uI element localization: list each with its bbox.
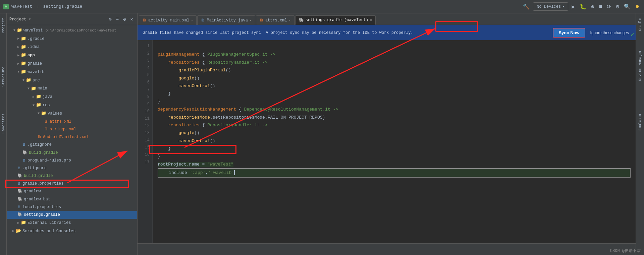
tab-close-icon[interactable]: ✕ <box>250 18 252 22</box>
tree-strings-xml[interactable]: 🗎 strings.xml <box>7 126 137 133</box>
tab-attrs[interactable]: 🗎 attrs.xml ✕ <box>256 15 294 25</box>
gradle-panel-label[interactable]: Gradle <box>638 15 642 34</box>
device-manager-label[interactable]: Device Manager <box>638 47 642 83</box>
tab-close-icon[interactable]: ✕ <box>191 18 193 22</box>
tab-icon: 🗎 <box>260 18 264 23</box>
hammer-icon[interactable]: 🔨 <box>522 2 531 11</box>
favorites-tab-label[interactable]: Favorites <box>1 111 5 136</box>
tab-icon: 🐘 <box>299 18 304 23</box>
arrow: ▼ <box>33 103 35 108</box>
root-arrow: ▼ <box>13 28 15 33</box>
panel-title: Project ▾ <box>9 17 31 22</box>
item-label: main <box>38 85 47 92</box>
tree-idea[interactable]: ▶ 📁 .idea <box>7 43 137 52</box>
no-devices-label: No Devices <box>537 4 561 9</box>
tree-gitignore-wavelib[interactable]: 🗎 .gitignore <box>7 141 137 149</box>
item-label: build.gradle <box>24 173 53 179</box>
root-folder-icon: 📁 <box>17 27 22 34</box>
left-strip: Project Structure Favorites <box>0 13 7 255</box>
xml-icon: 🗎 <box>44 126 48 133</box>
collapse-icon[interactable]: ≡ <box>115 15 120 23</box>
tree-res[interactable]: ▼ 📁 res <box>7 101 137 110</box>
folder-icon: 📁 <box>21 69 26 76</box>
stop-icon[interactable]: ■ <box>598 2 604 11</box>
project-tab-label[interactable]: Project <box>1 15 5 36</box>
tree-attrs-xml[interactable]: 🗎 attrs.xml <box>7 118 137 126</box>
tree-gitignore-root[interactable]: 🗎 .gitignore <box>7 165 137 172</box>
tree-gradle-hidden[interactable]: ▶ 📁 .gradle <box>7 35 137 43</box>
close2-icon[interactable]: ✕ <box>129 15 135 23</box>
bottom-panel <box>138 243 636 255</box>
tree-main[interactable]: ▼ 📁 main <box>7 85 137 93</box>
tree-gradle-properties[interactable]: 🗎 gradle.properties <box>7 180 137 188</box>
tree-root[interactable]: ▼ 📁 waveTest D:\AndroidStudioProject\wav… <box>7 26 137 35</box>
sync-message: Gradle files have changed since last pro… <box>143 30 413 35</box>
item-label: gradle <box>28 61 42 67</box>
panel-icons: ⊕ ≡ ⚙ ✕ <box>107 15 135 23</box>
checkmark-icon: ✓ <box>631 30 635 39</box>
tree-external-libraries[interactable]: ▶ 📁 External Libraries <box>7 219 137 227</box>
tree-settings-gradle[interactable]: 🐘 settings.gradle <box>7 211 137 219</box>
gradle-icon: 🐘 <box>17 212 22 218</box>
app-icon: W <box>3 4 9 9</box>
tree-values[interactable]: ▼ 📁 values <box>7 110 137 118</box>
item-label: settings.gradle <box>24 212 60 218</box>
item-label: local.properties <box>22 204 61 210</box>
debug-icon[interactable]: 🐛 <box>578 2 588 11</box>
dropdown-arrow-icon: ▾ <box>562 4 565 9</box>
item-label: gradle.properties <box>22 181 63 187</box>
tree-gradle-folder[interactable]: ▶ 📁 gradle <box>7 60 137 68</box>
tree-src[interactable]: ▼ 📁 src <box>7 76 137 85</box>
item-label: build.gradle <box>29 150 58 156</box>
titlebar: W waveTest › settings.gradle 🔨 No Device… <box>0 0 644 13</box>
arrow: ▶ <box>17 45 19 50</box>
avatar-icon[interactable]: ● <box>634 1 641 12</box>
no-devices-selector[interactable]: No Devices ▾ <box>533 2 568 11</box>
tree-gradlew[interactable]: 🐘 gradlew <box>7 188 137 195</box>
run-icon[interactable]: ▶ <box>570 2 576 11</box>
sync-now-button[interactable]: Sync Now <box>553 28 585 38</box>
tree-build-gradle-root[interactable]: 🐘 build.gradle <box>7 172 137 180</box>
gradle-icon: 🐘 <box>17 173 22 179</box>
tab-label: MainActivity.java <box>207 18 248 23</box>
arrow: ▼ <box>17 69 19 75</box>
tab-settings-gradle[interactable]: 🐘 settings.gradle (waveTest) ✕ <box>295 15 376 25</box>
file-icon: 🗎 <box>17 204 21 210</box>
line-numbers: 1 2 3 4 5 6 7 8 9 10 11 12 13 14 15 16 1… <box>138 40 153 243</box>
tree-proguard[interactable]: 🗎 proguard-rules.pro <box>7 157 137 165</box>
ignore-changes-button[interactable]: Ignore these changes <box>589 29 631 37</box>
tree-app[interactable]: ▶ 📁 app <box>7 51 137 60</box>
tree-gradlew-bat[interactable]: 🐘 gradlew.bat <box>7 196 137 203</box>
tab-icon: 🗎 <box>143 18 147 23</box>
folder-icon: 📁 <box>26 77 31 84</box>
item-label: wavelib <box>28 69 44 75</box>
folder-icon: 📁 <box>31 85 36 92</box>
tab-mainactivity[interactable]: 🗎 MainActivity.java ✕ <box>197 15 255 25</box>
item-label: strings.xml <box>50 126 76 133</box>
tab-close-icon[interactable]: ✕ <box>370 18 372 22</box>
arrow: ▶ <box>33 94 35 100</box>
tree-local-properties[interactable]: 🗎 local.properties <box>7 203 137 211</box>
tab-label: activity_main.xml <box>148 18 189 23</box>
search-icon[interactable]: 🔍 <box>623 2 632 11</box>
tab-close-icon[interactable]: ✕ <box>289 18 291 22</box>
arrow: ▶ <box>17 36 19 42</box>
tab-label: settings.gradle (waveTest) <box>306 18 368 22</box>
item-label: .gitignore <box>22 165 47 172</box>
profile-icon[interactable]: ⊕ <box>590 2 596 11</box>
tree-build-gradle-wavelib[interactable]: 🐘 build.gradle <box>7 149 137 157</box>
tree-wavelib[interactable]: ▼ 📁 wavelib <box>7 68 137 76</box>
tab-activity-main[interactable]: 🗎 activity_main.xml ✕ <box>139 15 197 25</box>
item-label: External Libraries <box>28 220 71 226</box>
sync-icon[interactable]: ⟳ <box>605 2 612 11</box>
settings2-icon[interactable]: ⚙ <box>122 15 127 23</box>
tree-java[interactable]: ▶ 📁 java <box>7 93 137 101</box>
locate-icon[interactable]: ⊕ <box>107 15 113 23</box>
tree-manifest[interactable]: 🗎 AndroidManifest.xml <box>7 133 137 141</box>
tree-scratches[interactable]: ▶ 📂 Scratches and Consoles <box>7 227 137 236</box>
settings-icon[interactable]: ⚙ <box>614 2 621 11</box>
structure-tab-label[interactable]: Structure <box>1 64 5 89</box>
code-content[interactable]: pluginManagement { PluginManagementSpec.… <box>153 40 636 243</box>
emulator-label[interactable]: Emulator <box>638 110 642 133</box>
file-icon: 🗎 <box>17 166 21 172</box>
